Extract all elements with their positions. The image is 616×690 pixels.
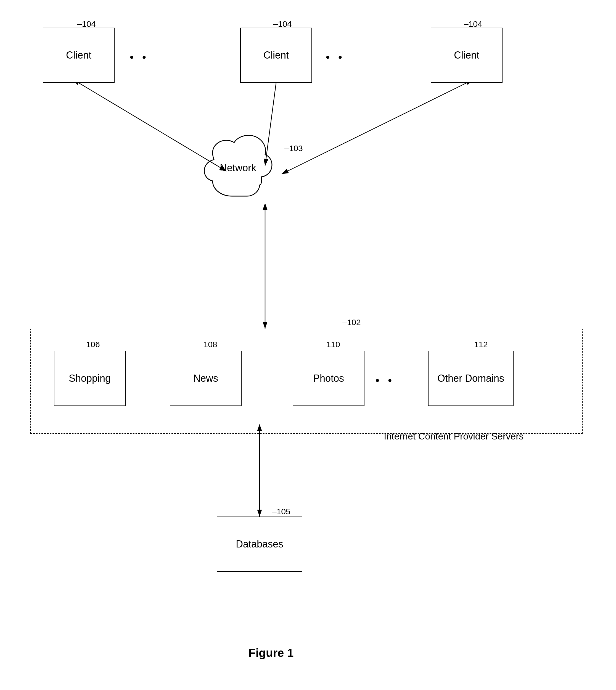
svg-line-3 [79, 83, 226, 171]
client2-ref: –104 [273, 19, 292, 29]
icp-ref: –102 [343, 318, 361, 327]
news-box: News [170, 351, 242, 406]
shopping-ref: –106 [82, 340, 100, 349]
databases-ref: –105 [272, 507, 290, 516]
client3-ref: –104 [464, 19, 482, 29]
news-label: News [193, 373, 218, 384]
shopping-box: Shopping [54, 351, 126, 406]
other-domains-ref: –112 [469, 340, 488, 349]
news-ref: –108 [199, 340, 217, 349]
photos-box: Photos [293, 351, 365, 406]
client1-ref: –104 [77, 19, 96, 29]
client3-box: Client [431, 28, 503, 83]
client-dots-2: • • [326, 51, 345, 64]
client1-label: Client [66, 49, 91, 61]
other-domains-label: Other Domains [437, 373, 504, 384]
client2-label: Client [263, 49, 289, 61]
client1-box: Client [43, 28, 115, 83]
svg-line-5 [282, 83, 467, 174]
shopping-label: Shopping [69, 373, 111, 384]
photos-ref: –110 [322, 340, 340, 349]
svg-text:Network: Network [220, 162, 257, 173]
other-domains-box: Other Domains [428, 351, 513, 406]
figure-label: Figure 1 [248, 646, 293, 660]
svg-line-4 [265, 83, 276, 166]
client2-box: Client [240, 28, 312, 83]
icp-label: Internet Content Provider Servers [384, 431, 524, 442]
client3-label: Client [454, 49, 479, 61]
databases-box: Databases [217, 517, 302, 572]
network-ref: –103 [284, 144, 303, 153]
client-dots-1: • • [130, 51, 149, 64]
databases-label: Databases [236, 538, 283, 550]
photos-label: Photos [313, 373, 344, 384]
server-dots: • • [375, 374, 395, 387]
